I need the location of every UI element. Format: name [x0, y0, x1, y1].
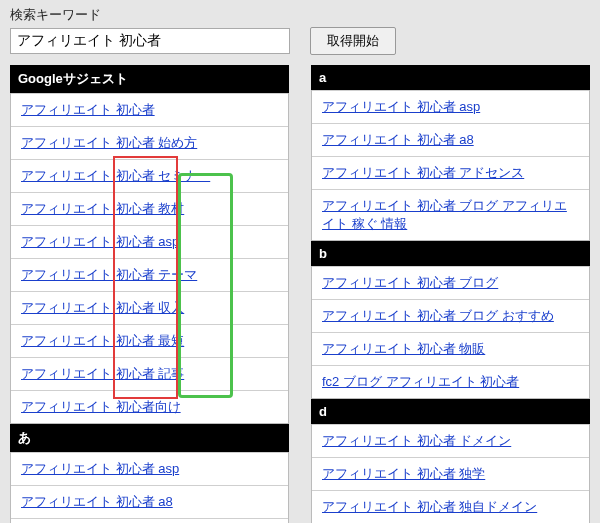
suggest-link[interactable]: アフィリエイト 初心者向け [21, 399, 181, 414]
list-item: アフィリエイト 初心者 独学 [312, 457, 589, 490]
suggest-link[interactable]: アフィリエイト 初心者 ブログ [322, 275, 498, 290]
search-input[interactable] [10, 28, 290, 54]
list-item: アフィリエイト 初心者 asp [11, 452, 288, 485]
suggest-link[interactable]: アフィリエイト 初心者 a8 [322, 132, 474, 147]
list-item: アフィリエイト 初心者 最短 [11, 324, 288, 357]
list-item: アフィリエイト 初心者 記事 [11, 357, 288, 390]
list-item: アフィリエイト 初心者 収入 [11, 291, 288, 324]
suggest-link[interactable]: アフィリエイト 初心者 ドメイン [322, 433, 511, 448]
list-item: アフィリエイト 初心者 [11, 93, 288, 126]
list-item: アフィリエイト 初心者 a8 [11, 485, 288, 518]
list-item: アフィリエイト 初心者 asp [312, 90, 589, 123]
list-item: アフィリエイト 初心者 セミナー [11, 159, 288, 192]
suggest-link[interactable]: アフィリエイト 初心者 asp [21, 461, 179, 476]
right-section-head: a [311, 65, 590, 90]
list-item: アフィリエイト 初心者 独自ドメイン [312, 490, 589, 523]
suggest-link[interactable]: アフィリエイト 初心者 最短 [21, 333, 184, 348]
list-item: アフィリエイト 初心者 教材 [11, 192, 288, 225]
list-item: アフィリエイト 初心者向け [11, 390, 288, 423]
list-item: アフィリエイト 初心者 asp [11, 225, 288, 258]
suggest-link[interactable]: アフィリエイト 初心者 ブログ おすすめ [322, 308, 554, 323]
suggest-link[interactable]: アフィリエイト 初心者 物販 [322, 341, 485, 356]
suggest-link[interactable]: アフィリエイト 初心者 始め方 [21, 135, 197, 150]
list-item: アフィリエイト 初心者 ドメイン [312, 424, 589, 457]
suggest-link[interactable]: アフィリエイト 初心者 ブログ アフィリエイト 稼ぐ 情報 [322, 198, 567, 231]
list-item: アフィリエイト 初心者 ブログ アフィリエイト 稼ぐ 情報 [312, 189, 589, 240]
fetch-button[interactable]: 取得開始 [310, 27, 396, 55]
right-list: アフィリエイト 初心者 ドメインアフィリエイト 初心者 独学アフィリエイト 初心… [311, 424, 590, 523]
suggest-link[interactable]: アフィリエイト 初心者 教材 [21, 201, 184, 216]
right-section-head: d [311, 399, 590, 424]
list-item: アフィリエイト 初心者 ブログ [312, 266, 589, 299]
left-list: アフィリエイト 初心者アフィリエイト 初心者 始め方アフィリエイト 初心者 セミ… [10, 93, 289, 424]
suggest-link[interactable]: アフィリエイト 初心者 [21, 102, 155, 117]
suggest-link[interactable]: アフィリエイト 初心者 asp [21, 234, 179, 249]
suggest-link[interactable]: fc2 ブログ アフィリエイト 初心者 [322, 374, 519, 389]
list-item: アフィリエイト 初心者 アドセンス [312, 156, 589, 189]
list-item: アフィリエイト 初心者 物販 [312, 332, 589, 365]
suggest-link[interactable]: アフィリエイト 初心者 独学 [322, 466, 485, 481]
suggest-link[interactable]: アフィリエイト 初心者 セミナー [21, 168, 210, 183]
suggest-link[interactable]: アフィリエイト 初心者 asp [322, 99, 480, 114]
suggest-link[interactable]: アフィリエイト 初心者 テーマ [21, 267, 197, 282]
list-item: アフィリエイト 初心者 テーマ [11, 258, 288, 291]
right-list: アフィリエイト 初心者 aspアフィリエイト 初心者 a8アフィリエイト 初心者… [311, 90, 590, 241]
list-item: アフィリエイト 初心者 始め方 [11, 126, 288, 159]
suggest-link[interactable]: アフィリエイト 初心者 収入 [21, 300, 184, 315]
right-list: アフィリエイト 初心者 ブログアフィリエイト 初心者 ブログ おすすめアフィリエ… [311, 266, 590, 399]
suggest-link[interactable]: アフィリエイト 初心者 a8 [21, 494, 173, 509]
list-item: アフィリエイト 初心者 アドセンス [11, 518, 288, 523]
right-column: aアフィリエイト 初心者 aspアフィリエイト 初心者 a8アフィリエイト 初心… [311, 65, 590, 523]
list-item: アフィリエイト 初心者 ブログ おすすめ [312, 299, 589, 332]
left-section-head: Googleサジェスト [10, 65, 289, 93]
left-list: アフィリエイト 初心者 aspアフィリエイト 初心者 a8アフィリエイト 初心者… [10, 452, 289, 523]
suggest-link[interactable]: アフィリエイト 初心者 独自ドメイン [322, 499, 537, 514]
list-item: アフィリエイト 初心者 a8 [312, 123, 589, 156]
search-area: 検索キーワード 取得開始 [10, 6, 590, 55]
right-section-head: b [311, 241, 590, 266]
results-columns: Googleサジェストアフィリエイト 初心者アフィリエイト 初心者 始め方アフィ… [10, 65, 590, 523]
search-label: 検索キーワード [10, 6, 590, 24]
left-column: Googleサジェストアフィリエイト 初心者アフィリエイト 初心者 始め方アフィ… [10, 65, 289, 523]
left-section-head: あ [10, 424, 289, 452]
list-item: fc2 ブログ アフィリエイト 初心者 [312, 365, 589, 398]
suggest-link[interactable]: アフィリエイト 初心者 記事 [21, 366, 184, 381]
suggest-link[interactable]: アフィリエイト 初心者 アドセンス [322, 165, 524, 180]
